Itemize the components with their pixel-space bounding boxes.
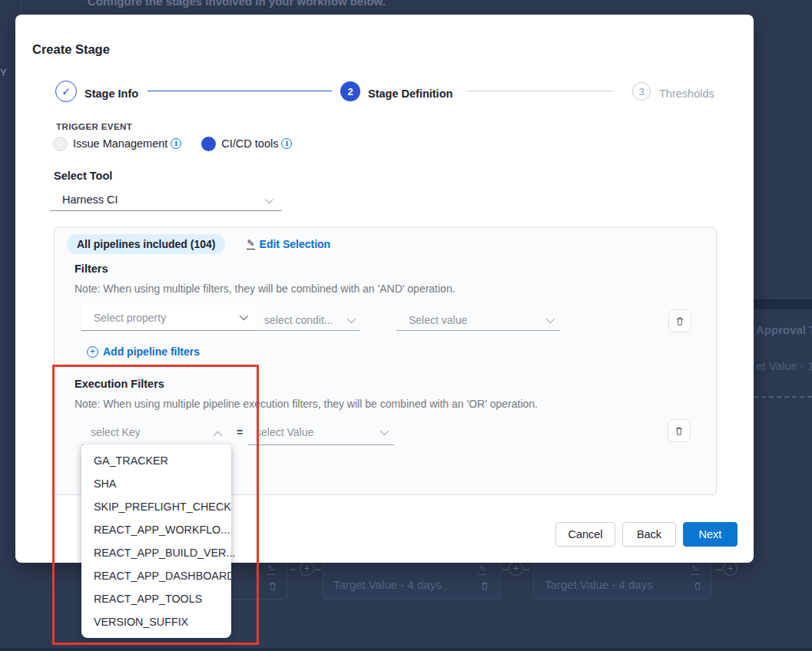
background-bottom-edge xyxy=(0,648,812,651)
background-card-fragment xyxy=(281,563,287,600)
trash-icon xyxy=(674,316,685,327)
delete-execution-filter-button[interactable] xyxy=(668,419,691,442)
dropdown-option[interactable]: REACT_APP_TOOLS xyxy=(81,587,231,610)
dashed-connector xyxy=(315,569,321,570)
add-stage-icon: + xyxy=(300,561,314,576)
step-3-label[interactable]: Thresholds xyxy=(659,88,714,100)
background-table-band xyxy=(754,299,812,309)
background-divider xyxy=(21,0,22,15)
execution-filters-title: Execution Filters xyxy=(75,378,164,390)
dropdown-option[interactable]: REACT_APP_DASHBOARD xyxy=(81,564,231,587)
background-stage-card: Target Value - 4 days xyxy=(323,563,501,600)
edit-selection-link[interactable]: ✎ Edit Selection xyxy=(247,238,330,250)
edit-icon: ✎ xyxy=(691,564,699,575)
dropdown-option[interactable]: SHA xyxy=(81,472,231,495)
equals-sign: = xyxy=(237,426,243,438)
select-condition-placeholder: select condit... xyxy=(264,314,333,326)
step-1-label[interactable]: Stage Info xyxy=(85,88,138,100)
step-2-circle[interactable]: 2 xyxy=(340,81,360,101)
background-cell-fragment: et Value - 1 xyxy=(756,359,812,372)
card-label: Target Value - 4 days xyxy=(333,578,442,591)
step-2-label[interactable]: Stage Definition xyxy=(368,88,452,100)
plus-circle-icon: + xyxy=(87,346,98,358)
dropdown-option[interactable]: REACT_APP_BUILD_VER... xyxy=(81,541,231,564)
check-icon: ✓ xyxy=(61,85,71,97)
filters-note: Note: When using multiple filters, they … xyxy=(75,283,456,295)
trigger-event-label: TRIGGER EVENT xyxy=(56,122,132,131)
trash-icon xyxy=(674,425,684,437)
trash-icon xyxy=(692,580,703,592)
chevron-up-icon xyxy=(214,431,222,440)
add-pipeline-filters-label: Add pipeline filters xyxy=(103,345,200,358)
edit-icon: ✎ xyxy=(267,564,275,575)
add-stage-icon: + xyxy=(723,561,737,576)
radio-cicd-tools[interactable] xyxy=(201,137,216,151)
dropdown-option[interactable]: SKIP_PREFLIGHT_CHECK xyxy=(81,495,231,518)
dashed-connector xyxy=(524,569,530,570)
filters-title: Filters xyxy=(75,263,108,275)
dropdown-option[interactable]: GA_TRACKER xyxy=(81,449,231,472)
execution-filters-note: Note: When using multiple pipeline execu… xyxy=(75,398,538,410)
chevron-down-icon xyxy=(265,195,273,203)
tool-select-value: Harness CI xyxy=(62,193,118,206)
background-text-fragment: Y xyxy=(0,67,7,78)
background-dashed-line xyxy=(754,396,812,398)
back-button[interactable]: Back xyxy=(622,522,676,547)
background-subtitle: Configure the stages involved in your wo… xyxy=(88,0,386,8)
trash-icon xyxy=(267,580,278,592)
select-key-placeholder: select Key xyxy=(91,426,141,438)
step-1-done-circle[interactable]: ✓ xyxy=(55,81,77,102)
select-tool-label: Select Tool xyxy=(54,170,112,182)
select-value-placeholder: Select value xyxy=(409,314,467,326)
chevron-down-icon xyxy=(380,427,389,435)
chevron-down-icon xyxy=(347,315,356,323)
step-connector xyxy=(147,91,332,91)
dashed-connector xyxy=(716,569,722,570)
background-card-fragment-border xyxy=(232,599,281,600)
dropdown-option[interactable]: VERSION_SUFFIX xyxy=(81,610,231,633)
info-icon[interactable]: i xyxy=(171,138,181,149)
edit-icon: ✎ xyxy=(479,564,486,575)
step-connector xyxy=(466,91,614,91)
select-value-dropdown[interactable]: Select value xyxy=(396,309,560,331)
next-button[interactable]: Next xyxy=(683,522,737,547)
page-title: Create Stage xyxy=(32,42,110,57)
dropdown-option[interactable]: REACT_APP_WORKFLO... xyxy=(81,518,231,541)
dashed-connector xyxy=(290,569,297,570)
radio-cicd-tools-label[interactable]: CI/CD tools xyxy=(221,137,278,150)
step-2-number: 2 xyxy=(347,86,353,97)
trash-icon xyxy=(479,580,490,592)
chevron-down-icon xyxy=(240,312,248,320)
select-property-placeholder: Select property xyxy=(94,312,166,324)
select-value-exec-dropdown[interactable]: select Value xyxy=(248,420,394,445)
info-icon[interactable]: i xyxy=(281,138,292,149)
select-key-dropdown-open[interactable]: select Key xyxy=(81,420,230,445)
background-stage-card: Target Value - 4 days xyxy=(533,563,711,600)
key-dropdown: GA_TRACKERSHASKIP_PREFLIGHT_CHECKREACT_A… xyxy=(81,444,231,638)
radio-issue-management[interactable] xyxy=(53,137,68,151)
add-stage-icon: + xyxy=(509,561,523,576)
background-column-header: Approval Tim xyxy=(756,323,812,336)
chevron-down-icon xyxy=(546,315,555,323)
edit-selection-label: Edit Selection xyxy=(260,238,331,250)
select-property-dropdown[interactable]: Select property xyxy=(81,305,257,331)
delete-filter-button[interactable] xyxy=(668,309,691,332)
pipelines-included-badge: All pipelines included (104) xyxy=(67,234,225,254)
cancel-button[interactable]: Cancel xyxy=(555,522,615,547)
modal-footer: Cancel Back Next xyxy=(555,522,737,547)
radio-issue-management-label[interactable]: Issue Management xyxy=(73,137,167,150)
step-3-number: 3 xyxy=(638,86,644,97)
tool-select[interactable]: Harness CI xyxy=(50,188,282,211)
step-3-circle[interactable]: 3 xyxy=(632,82,651,101)
select-value-exec-placeholder: select Value xyxy=(256,426,313,438)
dashed-connector xyxy=(502,569,508,570)
add-pipeline-filters-link[interactable]: + Add pipeline filters xyxy=(87,345,200,358)
edit-icon: ✎ xyxy=(247,240,254,249)
card-label: Target Value - 4 days xyxy=(545,578,653,591)
select-condition-dropdown[interactable]: select condit... xyxy=(257,309,360,331)
trigger-event-options: Issue Management i CI/CD tools i xyxy=(53,136,292,151)
